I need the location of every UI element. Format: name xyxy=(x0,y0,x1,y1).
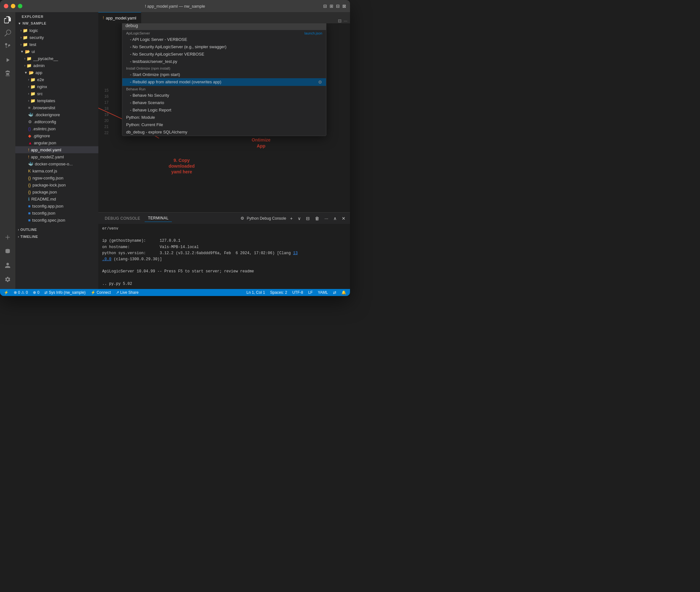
status-warnings[interactable]: ⊕ 0 xyxy=(32,289,41,296)
cmd-item-no-security-verbose[interactable]: - No Security ApiLogicServer VERBOSE xyxy=(122,50,326,58)
remote-activity-icon[interactable] xyxy=(1,231,14,244)
cmd-gear-icon[interactable]: ⚙ xyxy=(318,80,322,85)
timeline-section[interactable]: › TIMELINE xyxy=(15,233,98,240)
sidebar-item-e2e[interactable]: › 📁 e2e xyxy=(15,76,98,83)
folder-icon: 📁 xyxy=(30,84,36,89)
account-activity-icon[interactable] xyxy=(1,259,14,272)
search-activity-icon[interactable] xyxy=(1,27,14,40)
sidebar-item-karma[interactable]: K karma.conf.js xyxy=(15,167,98,174)
sidebar-item-gitignore[interactable]: ◆ .gitignore xyxy=(15,132,98,139)
close-button[interactable] xyxy=(4,4,8,8)
settings-activity-icon[interactable] xyxy=(1,273,14,286)
status-notifications[interactable]: 🔔 xyxy=(340,289,347,296)
panel-icon[interactable]: ⊟ xyxy=(336,3,340,9)
eslint-icon: {} xyxy=(28,127,31,131)
sidebar-item-security[interactable]: › 📁 security xyxy=(15,34,98,41)
root-folder[interactable]: ▼ NW_SAMPLE xyxy=(15,20,98,27)
sidebar-item-package-lock[interactable]: {} package-lock.json xyxy=(15,181,98,188)
cmd-item-start-ontimize[interactable]: - Start Ontimize (npm start) xyxy=(122,71,326,78)
cmd-item-no-security[interactable]: - No Security ApiLogicServer (e.g., simp… xyxy=(122,43,326,50)
sidebar-item-angular-json[interactable]: ▲ angular.json xyxy=(15,139,98,146)
split-right-icon[interactable]: ⊟ xyxy=(338,18,342,23)
terminal-content[interactable]: er/venv ip (gethostbyname): 127.0.0.1 on… xyxy=(98,224,350,289)
close-panel-btn[interactable]: ✕ xyxy=(340,215,347,221)
status-remote[interactable]: ⚡ xyxy=(3,289,10,296)
status-errors[interactable]: ⊗ 0 ⚠ 0 xyxy=(12,289,29,296)
run-debug-activity-icon[interactable] xyxy=(1,54,14,66)
cmd-item-rebuild[interactable]: - Rebuild app from altered model (overwr… xyxy=(122,78,326,86)
cmd-item-db-debug[interactable]: db_debug - explore SQLAlchemy xyxy=(122,128,326,136)
status-eol[interactable]: LF xyxy=(307,289,314,296)
json-icon: {} xyxy=(28,176,31,181)
split-editor-icon[interactable]: ⊟ xyxy=(323,3,327,9)
cmd-item-server-test[interactable]: - test/basic/server_test.py xyxy=(122,58,326,65)
sidebar-item-src[interactable]: › 📁 src xyxy=(15,90,98,97)
split-terminal-btn[interactable]: ⊟ xyxy=(305,215,311,221)
cmd-item-python-current[interactable]: Python: Current File xyxy=(122,121,326,128)
status-sysinfo[interactable]: ⇄ Sys Info (nw_sample) xyxy=(43,289,87,296)
more-icon[interactable]: ··· xyxy=(344,18,347,23)
file-icon: ≡ xyxy=(28,105,31,110)
sidebar-item-package[interactable]: {} package.json xyxy=(15,188,98,195)
status-spaces[interactable]: Spaces: 2 xyxy=(269,289,288,296)
status-position[interactable]: Ln 1, Col 1 xyxy=(245,289,266,296)
status-language[interactable]: YAML xyxy=(316,289,329,296)
editorconfig-icon: ⚙ xyxy=(28,119,32,124)
source-control-activity-icon[interactable] xyxy=(1,40,14,53)
sidebar-item-editorconfig[interactable]: ⚙ .editorconfig xyxy=(15,118,98,125)
command-palette: ApiLogicServer launch.json - API Logic S… xyxy=(122,23,327,136)
term-clang-link2[interactable]: .0.0 xyxy=(102,257,111,261)
sidebar-item-app[interactable]: ▼ 📂 app xyxy=(15,69,98,76)
sidebar-item-browserslist[interactable]: ≡ .browserslist xyxy=(15,104,98,111)
kill-terminal-btn[interactable]: 🗑 xyxy=(314,215,320,221)
tab-app-model-yaml[interactable]: ! app_model.yaml xyxy=(98,12,141,23)
git-icon: ◆ xyxy=(28,134,31,138)
cmd-item-behave-scenario[interactable]: - Behave Scenario xyxy=(122,99,326,106)
sidebar-item-tsconfig-app[interactable]: ■ tsconfig.app.json xyxy=(15,202,98,209)
status-sync[interactable]: ⇄ xyxy=(332,289,338,296)
database-activity-icon[interactable] xyxy=(1,245,14,258)
sidebar-item-test[interactable]: › 📁 test xyxy=(15,41,98,48)
cmd-item-behave-no-security[interactable]: - Behave No Security xyxy=(122,92,326,99)
tab-terminal[interactable]: TERMINAL xyxy=(145,214,172,222)
sidebar-item-pycache[interactable]: › 📁 __pycache__ xyxy=(15,55,98,62)
sidebar-item-tsconfig-spec[interactable]: ■ tsconfig.spec.json xyxy=(15,216,98,224)
status-connect[interactable]: ⚡ Connect xyxy=(89,289,112,296)
maximize-panel-btn[interactable]: ∧ xyxy=(332,215,338,221)
folder-icon: 📁 xyxy=(30,91,36,96)
sidebar-item-readme[interactable]: ℹ README.md xyxy=(15,195,98,202)
maximize-button[interactable] xyxy=(18,4,22,8)
layout-icon[interactable]: ⊞ xyxy=(330,3,334,9)
minimize-button[interactable] xyxy=(11,4,15,8)
sidebar-item-ngsw[interactable]: {} ngsw-config.json xyxy=(15,174,98,181)
files-activity-icon[interactable] xyxy=(1,13,14,26)
term-clang-link[interactable]: 13 xyxy=(293,251,298,255)
term-line-python: python sys.version: 3.12.2 (v3.12.2:6abd… xyxy=(102,250,346,256)
command-palette-container: ApiLogicServer launch.json - API Logic S… xyxy=(98,23,350,136)
customize-layout-icon[interactable]: ⊠ xyxy=(342,3,346,9)
sidebar-item-app-modelz-yaml[interactable]: ! app_modelZ.yaml xyxy=(15,153,98,160)
extensions-activity-icon[interactable] xyxy=(1,67,14,80)
status-liveshare[interactable]: ↗ Live Share xyxy=(115,289,140,296)
terminal-dropdown-btn[interactable]: ∨ xyxy=(296,215,302,221)
status-encoding[interactable]: UTF-8 xyxy=(291,289,304,296)
sidebar-item-eslintrc[interactable]: {} .eslintrc.json xyxy=(15,125,98,132)
command-search-input[interactable] xyxy=(126,23,323,28)
sidebar-item-ui[interactable]: ▼ 📂 ui xyxy=(15,48,98,55)
sidebar-item-templates[interactable]: › 📁 templates xyxy=(15,97,98,104)
cmd-item-verbose[interactable]: - API Logic Server - VERBOSE xyxy=(122,36,326,43)
new-terminal-btn[interactable]: + xyxy=(289,215,294,221)
sidebar-item-tsconfig[interactable]: ■ tsconfig.json xyxy=(15,209,98,216)
cmd-item-behave-logic[interactable]: - Behave Logic Report xyxy=(122,106,326,114)
sidebar-item-logic[interactable]: › 📁 logic xyxy=(15,27,98,34)
sidebar-item-app-model-yaml[interactable]: ! app_model.yaml xyxy=(15,146,98,153)
sidebar-item-docker-compose[interactable]: 🐳 docker-compose-o... xyxy=(15,160,98,167)
tab-debug-console[interactable]: DEBUG CONSOLE xyxy=(102,215,143,222)
root-folder-label: NW_SAMPLE xyxy=(22,21,46,25)
more-terminal-btn[interactable]: ··· xyxy=(323,215,330,221)
cmd-item-python-module[interactable]: Python: Module xyxy=(122,114,326,121)
sidebar-item-dockerignore[interactable]: 🐳 .dockerignore xyxy=(15,111,98,118)
sidebar-item-admin[interactable]: › 📁 admin xyxy=(15,62,98,69)
outline-section[interactable]: › OUTLINE xyxy=(15,226,98,233)
sidebar-item-nginx[interactable]: › 📁 nginx xyxy=(15,83,98,90)
